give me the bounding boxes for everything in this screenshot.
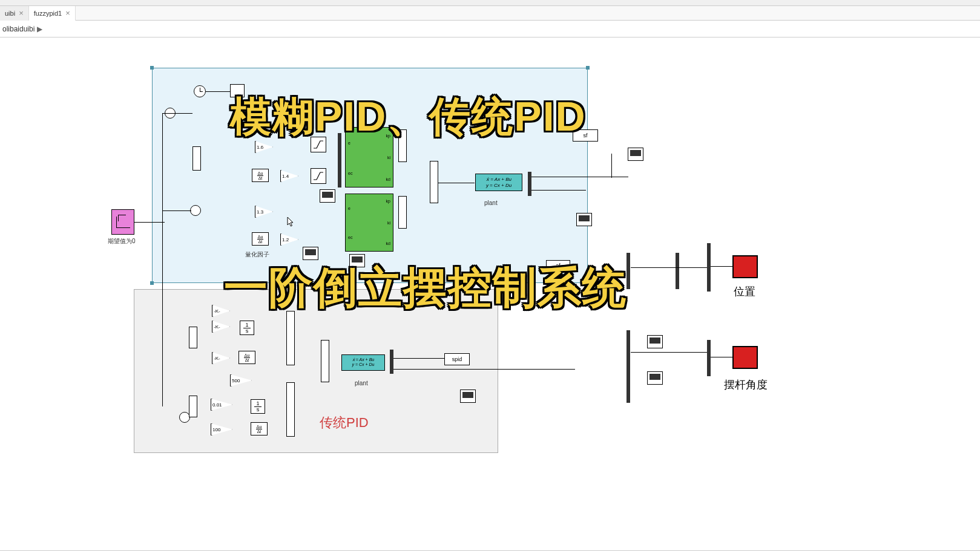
state-space-block[interactable]: ẋ = Ax + Bu y = Cx + Du (475, 174, 522, 191)
signal-line (393, 369, 575, 370)
scope-block[interactable] (628, 148, 643, 161)
ss-eq2: y = Cx + Du (346, 362, 381, 367)
scope-position-label: 位置 (734, 284, 755, 299)
ss-eq2: y = Cx + Du (479, 183, 518, 189)
gain-value: 500 (232, 378, 240, 383)
gain-value: 0.01 (212, 402, 222, 408)
signal-line (711, 357, 732, 357)
integrator-block[interactable]: 1s (240, 321, 254, 335)
demux-block[interactable] (528, 172, 531, 196)
sum-rect-block[interactable] (192, 146, 201, 171)
breadcrumb[interactable]: olibaiduibi ▶ (0, 21, 980, 37)
signal-line (631, 352, 707, 353)
selection-handle[interactable] (586, 66, 590, 70)
gain-value: -K- (214, 324, 220, 330)
gain-value: -K- (214, 308, 220, 314)
mux-block[interactable] (707, 340, 711, 376)
mux-block[interactable] (626, 367, 630, 403)
traditional-pid-title: 传统PID (320, 414, 369, 432)
signal-line (206, 91, 230, 92)
to-workspace-spid[interactable]: spid (444, 353, 470, 365)
gain-value: 100 (212, 427, 220, 432)
tab-label: uibi (5, 10, 15, 17)
signal-line (162, 113, 163, 406)
signal-line (162, 210, 191, 211)
derivative-block[interactable]: ΔuΔt (252, 232, 269, 246)
mux-block[interactable] (626, 330, 630, 367)
signal-line (531, 177, 628, 177)
chevron-right-icon: ▶ (37, 25, 42, 33)
scope-block[interactable] (303, 247, 318, 260)
signal-line (393, 358, 444, 359)
scope-block[interactable] (320, 189, 335, 203)
overlay-title-2: 一阶倒立摆控制系统 (224, 259, 627, 317)
gain-value: 1.4 (282, 174, 289, 179)
ss-eq1: ẋ = Ax + Bu (479, 177, 518, 183)
quant-factor-label: 量化因子 (245, 250, 269, 259)
gain-value: -K- (214, 356, 220, 361)
signal-line (162, 113, 192, 114)
gain-value: 1.6 (257, 145, 263, 150)
signal-line (134, 222, 165, 223)
derivative-block[interactable]: ΔuΔt (238, 351, 255, 364)
demux-block[interactable] (390, 350, 393, 374)
gain-value: 1.3 (257, 209, 263, 215)
signal-line (711, 266, 732, 267)
scope-block[interactable] (460, 390, 476, 403)
sum-rect-block[interactable] (189, 396, 197, 417)
scope-position[interactable] (732, 255, 758, 278)
selection-handle[interactable] (150, 281, 154, 285)
state-space-block[interactable]: ẋ = Ax + Bu y = Cx + Du (341, 354, 385, 371)
tab-fuzzypid1[interactable]: fuzzypid1 × (29, 6, 76, 21)
step-source-block[interactable] (111, 209, 134, 235)
overlay-title-1: 模糊PID、传统PID (230, 90, 587, 145)
derivative-block[interactable]: ΔuΔt (251, 422, 268, 435)
mux-block[interactable] (676, 253, 679, 289)
sum-rect-block[interactable] (321, 340, 329, 382)
step-source-label: 期望值为0 (108, 237, 136, 246)
close-icon[interactable]: × (19, 8, 24, 18)
scope-angle[interactable] (732, 346, 758, 369)
plant-label: plant (484, 200, 498, 206)
sum-rect-block[interactable] (286, 311, 295, 365)
sum-rect-block[interactable] (286, 382, 295, 437)
plant-label: plant (355, 380, 368, 386)
sum-rect-block[interactable] (398, 196, 407, 229)
mouse-cursor-icon (287, 217, 294, 227)
toolbar-strip (0, 0, 980, 6)
saturation-block[interactable] (311, 168, 326, 184)
signal-line (531, 190, 586, 191)
selection-handle[interactable] (150, 66, 154, 70)
integrator-block[interactable]: 1s (251, 399, 265, 414)
signal-line (438, 183, 475, 183)
sum-block[interactable] (190, 205, 201, 216)
signal-line (631, 267, 707, 268)
scope-angle-label: 摆杆角度 (724, 377, 768, 392)
scope-block[interactable] (576, 213, 592, 226)
breadcrumb-item[interactable]: olibaiduibi (2, 25, 35, 33)
fuzzy-controller-block-2[interactable]: e ec kp ki kd (345, 194, 393, 252)
tab-label: fuzzypid1 (34, 10, 62, 17)
clock-block[interactable] (194, 85, 206, 97)
sum-rect-block[interactable] (430, 161, 438, 203)
gain-value: 1.2 (282, 237, 289, 243)
close-icon[interactable]: × (65, 8, 70, 18)
model-canvas[interactable]: 期望值为0 1.6 1.4 1.3 1.2 量化因子 ΔuΔt ΔuΔt e e… (0, 37, 980, 551)
scope-block[interactable] (647, 335, 663, 348)
scope-block[interactable] (647, 371, 663, 385)
tab-bar: uibi × fuzzypid1 × (0, 6, 980, 21)
derivative-block[interactable]: ΔuΔt (252, 169, 269, 182)
signal-line (611, 154, 612, 178)
mux-block[interactable] (707, 243, 711, 292)
tab-uibi[interactable]: uibi × (0, 6, 29, 21)
ss-eq1: ẋ = Ax + Bu (346, 357, 381, 362)
sum-rect-block[interactable] (189, 327, 197, 348)
